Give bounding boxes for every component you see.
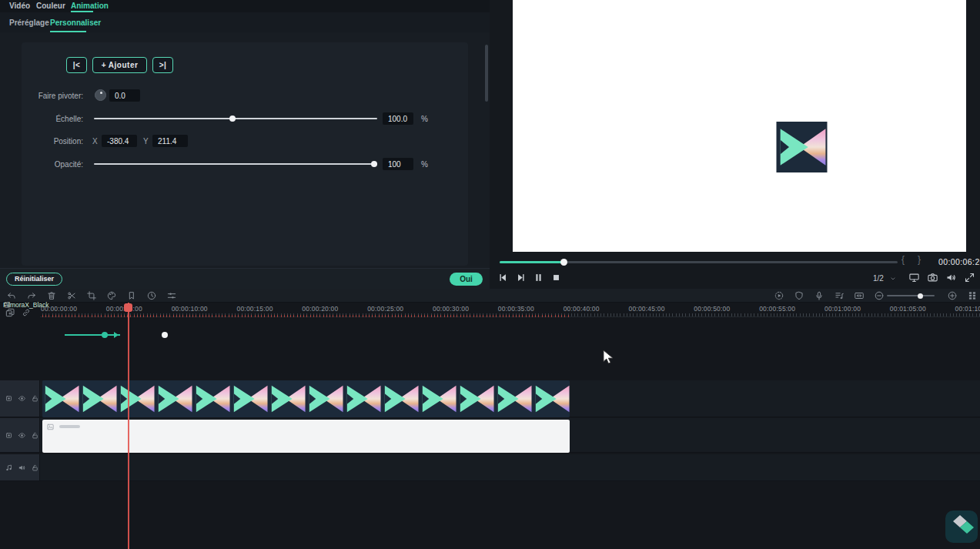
- tab-animation[interactable]: Animation: [71, 2, 109, 10]
- inspector-footer: Réinitialiser Oui: [0, 268, 490, 289]
- ruler-timestamp: 00:01:00:00: [824, 305, 861, 313]
- clock-icon[interactable]: [146, 290, 157, 301]
- scissors-icon[interactable]: [66, 290, 77, 301]
- ruler-timestamp: 00:00:50:00: [694, 305, 730, 313]
- keyframe-dot-start[interactable]: [102, 332, 108, 338]
- lock-icon[interactable]: [31, 430, 39, 440]
- playback-quality-selector[interactable]: 1/2: [873, 274, 884, 283]
- note-icon[interactable]: [5, 463, 13, 473]
- film-icon[interactable]: [5, 430, 13, 440]
- animation-custom-panel: |< + Ajouter >| Faire pivoter: Échelle: …: [22, 42, 468, 266]
- clip-thumbnail: [42, 380, 80, 417]
- seek-progress-fill: [500, 261, 564, 263]
- mark-out-button[interactable]: }: [918, 254, 921, 265]
- tracks-icon[interactable]: [967, 290, 978, 301]
- clip-thumbnail: [495, 380, 533, 417]
- ruler-timestamp: 00:00:30:00: [433, 305, 469, 313]
- lock-icon[interactable]: [31, 393, 39, 403]
- keyframe-path: [65, 334, 120, 336]
- timeline-toolbar-left: [6, 290, 177, 301]
- scale-slider[interactable]: [94, 118, 377, 119]
- white-clip[interactable]: [42, 420, 570, 453]
- scale-slider-handle[interactable]: [229, 115, 236, 122]
- position-y-input[interactable]: [152, 135, 188, 147]
- crop-icon[interactable]: [86, 290, 97, 301]
- subtab-prereglage[interactable]: Préréglage: [9, 18, 49, 27]
- ruler-timestamp: 00:00:15:00: [236, 305, 273, 313]
- audio-track-1-header: [0, 454, 40, 480]
- add-keyframe-button[interactable]: + Ajouter: [92, 57, 147, 73]
- video-clip[interactable]: [42, 380, 570, 417]
- chevron-down-icon[interactable]: [889, 275, 897, 283]
- keyframe-dot-end[interactable]: [162, 332, 168, 338]
- preview-seek-bar[interactable]: [500, 261, 898, 263]
- zoom-in-icon[interactable]: [947, 290, 958, 301]
- timeline-corner-tools: [5, 307, 40, 318]
- keyframe-arrow: [114, 332, 119, 338]
- ruler-timestamp: 00:00:10:00: [172, 305, 208, 313]
- undo-icon[interactable]: [6, 290, 17, 301]
- camera-icon[interactable]: [927, 272, 938, 283]
- timeline-area: 00:00:00:0000:00:05:0000:00:10:0000:00:1…: [0, 303, 980, 549]
- speaker-icon[interactable]: [945, 272, 957, 283]
- reset-button[interactable]: Réinitialiser: [6, 273, 62, 286]
- tab-video[interactable]: Vidéo: [9, 2, 30, 10]
- eye-icon[interactable]: [18, 393, 26, 403]
- palette-icon[interactable]: [106, 290, 117, 301]
- zoom-out-icon[interactable]: [874, 290, 885, 301]
- step-back-icon[interactable]: [497, 272, 509, 283]
- monitor-icon[interactable]: [908, 272, 920, 283]
- rotate-value-input[interactable]: [109, 89, 140, 102]
- clip-thumbnail: [118, 380, 156, 417]
- preview-canvas[interactable]: [513, 0, 966, 252]
- shield-icon[interactable]: [794, 290, 804, 301]
- opacity-slider-handle[interactable]: [371, 161, 377, 167]
- tab-couleur[interactable]: Couleur: [36, 2, 65, 10]
- clip-thumbnail: [382, 380, 420, 417]
- eye-icon[interactable]: [18, 430, 26, 440]
- timeline-zoom-handle[interactable]: [918, 293, 923, 299]
- step-forward-icon[interactable]: [515, 272, 527, 283]
- ruler-timestamp: 00:00:20:00: [302, 305, 338, 313]
- subtab-personnaliser[interactable]: Personnaliser: [50, 18, 101, 27]
- ruler-timestamp: 00:00:35:00: [498, 305, 534, 313]
- microphone-icon[interactable]: [814, 290, 824, 301]
- clip-thumbnail: [193, 380, 231, 417]
- pause-icon[interactable]: [533, 272, 544, 283]
- ruler-timestamp: 00:00:55:00: [759, 305, 795, 313]
- trash-icon[interactable]: [46, 290, 57, 301]
- speaker-icon[interactable]: [18, 463, 26, 473]
- opacity-slider[interactable]: [94, 163, 377, 165]
- opacity-value-input[interactable]: [383, 158, 413, 170]
- link-icon[interactable]: [21, 307, 32, 318]
- lock-icon[interactable]: [31, 463, 39, 473]
- bookmark-icon[interactable]: [126, 290, 137, 301]
- timeline-ruler[interactable]: 00:00:00:0000:00:05:0000:00:10:0000:00:1…: [40, 303, 980, 317]
- position-x-input[interactable]: [102, 135, 137, 147]
- preview-right-controls: [908, 272, 979, 284]
- prev-keyframe-button[interactable]: |<: [66, 57, 87, 73]
- stop-icon[interactable]: [550, 272, 562, 283]
- timeline-zoom-slider[interactable]: [887, 295, 935, 296]
- filmora-logo: [945, 510, 978, 544]
- next-keyframe-button[interactable]: >|: [152, 57, 173, 73]
- mixer-icon[interactable]: [834, 290, 845, 301]
- duplicate-icon[interactable]: [5, 307, 15, 318]
- fit-icon[interactable]: [854, 290, 865, 301]
- rotate-label: Faire pivoter:: [37, 92, 83, 100]
- seek-handle[interactable]: [560, 259, 567, 266]
- clip-logo-image[interactable]: [776, 122, 828, 172]
- render-icon[interactable]: [774, 290, 784, 301]
- rotate-knob[interactable]: [95, 89, 106, 101]
- clip-thumbnail: [80, 380, 118, 417]
- expand-icon[interactable]: [964, 272, 975, 283]
- mark-in-button[interactable]: {: [901, 254, 905, 265]
- film-icon[interactable]: [5, 393, 13, 403]
- redo-icon[interactable]: [26, 290, 37, 301]
- ok-button[interactable]: Oui: [450, 273, 483, 286]
- playhead-handle[interactable]: [124, 303, 132, 312]
- adjust-icon[interactable]: [166, 290, 177, 301]
- inspector-scrollbar[interactable]: [485, 45, 488, 102]
- audio-track-1-lane[interactable]: [0, 454, 980, 481]
- scale-value-input[interactable]: [383, 112, 413, 125]
